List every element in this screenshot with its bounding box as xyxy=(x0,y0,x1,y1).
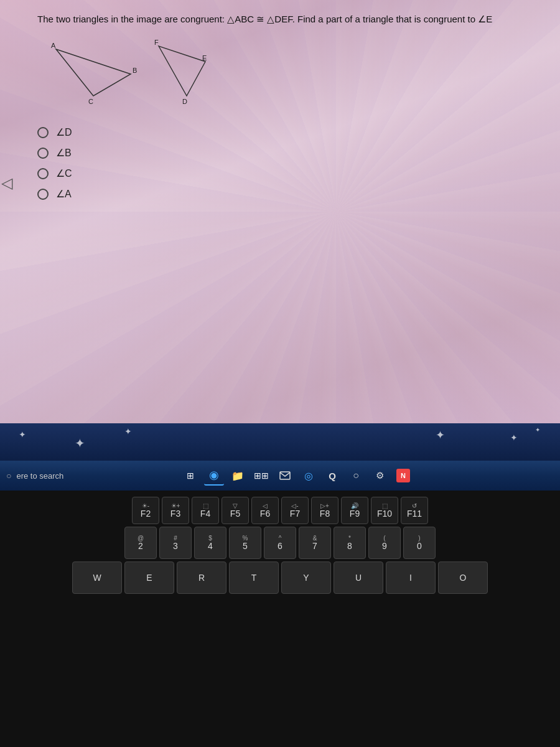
mail-icon[interactable] xyxy=(275,466,295,486)
key-y-main: Y xyxy=(303,573,309,582)
option-b-label: ∠B xyxy=(56,147,72,159)
sparkle-6: ✦ xyxy=(535,426,540,433)
triangles-svg: A B C F D E xyxy=(37,37,212,111)
svg-text:F: F xyxy=(154,39,159,46)
svg-text:A: A xyxy=(51,42,56,49)
svg-marker-0 xyxy=(56,49,131,96)
key-f6[interactable]: ◁ F6 xyxy=(251,497,279,524)
key-6-main: 6 xyxy=(278,542,282,550)
search-q-icon[interactable]: Q xyxy=(322,466,342,486)
key-f5[interactable]: ▽ F5 xyxy=(222,497,249,524)
sparkle-3: ✦ xyxy=(124,426,132,436)
edge-icon[interactable]: ◉ xyxy=(204,466,224,486)
taskview-icon[interactable]: ⊞ xyxy=(180,466,200,486)
radio-d[interactable] xyxy=(37,127,49,138)
cursor-arrow: ◁ xyxy=(1,174,12,192)
key-f3-label: F3 xyxy=(170,509,180,518)
key-f11[interactable]: ↺ F11 xyxy=(401,497,428,524)
key-o[interactable]: O xyxy=(438,561,488,594)
key-8-main: 8 xyxy=(347,542,352,550)
key-3-main: 3 xyxy=(173,542,178,550)
mail-svg xyxy=(279,471,291,480)
key-f10-label: F10 xyxy=(377,509,392,518)
option-a[interactable]: ∠A xyxy=(37,188,523,200)
taskbar-search[interactable]: ○ ere to search xyxy=(0,471,174,481)
key-t-main: T xyxy=(251,573,257,582)
key-f7-label: F7 xyxy=(290,509,300,518)
key-2-main: 2 xyxy=(138,542,143,550)
taskbar-center-icons: ⊞ ◉ 📁 ⊞⊞ ◎ Q ○ ⚙ N xyxy=(180,466,413,486)
key-8[interactable]: * 8 xyxy=(334,527,366,559)
key-f9[interactable]: 🔊 F9 xyxy=(341,497,368,524)
hollow-circle-icon[interactable]: ○ xyxy=(346,466,366,486)
n-badge-icon[interactable]: N xyxy=(393,466,413,486)
key-f2[interactable]: ☀- F2 xyxy=(132,497,159,524)
key-7-main: 7 xyxy=(312,542,317,550)
sparkle-1: ✦ xyxy=(19,430,26,439)
letter-key-row: W E R T Y U I O xyxy=(3,561,557,594)
svg-text:E: E xyxy=(202,54,207,62)
question-area: The two triangles in the image are congr… xyxy=(0,0,560,212)
key-f11-label: F11 xyxy=(407,509,422,518)
sparkle-5: ✦ xyxy=(510,433,518,443)
key-t[interactable]: T xyxy=(229,561,279,594)
key-f2-label: F2 xyxy=(141,509,151,518)
triangles-image: A B C F D E xyxy=(37,37,212,111)
key-f8[interactable]: ▷+ F8 xyxy=(311,497,338,524)
settings-icon[interactable]: ⚙ xyxy=(370,466,390,486)
number-key-row: @ 2 # 3 $ 4 % 5 ^ 6 & 7 * 8 ( 9 xyxy=(3,527,557,559)
circle-icon[interactable]: ◎ xyxy=(299,466,319,486)
fn-key-row: ☀- F2 ☀+ F3 ⬚ F4 ▽ F5 ◁ F6 ◁- F7 ▷+ F8 🔊 xyxy=(3,497,557,524)
keyboard-area: ☀- F2 ☀+ F3 ⬚ F4 ▽ F5 ◁ F6 ◁- F7 ▷+ F8 🔊 xyxy=(0,491,560,747)
key-f6-label: F6 xyxy=(260,509,270,518)
option-c[interactable]: ∠C xyxy=(37,167,523,179)
key-f4-label: F4 xyxy=(200,509,210,518)
taskbar-wallpaper: ✦ ✦ ✦ ✦ ✦ ✦ xyxy=(0,423,560,461)
svg-marker-4 xyxy=(159,46,205,96)
key-u[interactable]: U xyxy=(334,561,383,594)
n-badge: N xyxy=(396,469,410,482)
key-2[interactable]: @ 2 xyxy=(124,527,157,559)
key-3[interactable]: # 3 xyxy=(159,527,192,559)
key-9[interactable]: ( 9 xyxy=(368,527,401,559)
key-u-main: U xyxy=(355,573,362,582)
apps-icon[interactable]: ⊞⊞ xyxy=(251,466,271,486)
option-d[interactable]: ∠D xyxy=(37,126,523,138)
options-area: ∠D ∠B ∠C ∠A xyxy=(37,126,523,200)
screen-area: ◁ The two triangles in the image are con… xyxy=(0,0,560,423)
key-0[interactable]: ) 0 xyxy=(403,527,436,559)
key-f7[interactable]: ◁- F7 xyxy=(281,497,309,524)
key-6[interactable]: ^ 6 xyxy=(264,527,296,559)
key-w[interactable]: W xyxy=(72,561,122,594)
key-f9-label: F9 xyxy=(350,509,360,518)
key-5-main: 5 xyxy=(243,542,248,550)
option-a-label: ∠A xyxy=(56,188,72,200)
option-b[interactable]: ∠B xyxy=(37,147,523,159)
key-e[interactable]: E xyxy=(124,561,174,594)
key-i[interactable]: I xyxy=(386,561,436,594)
sparkle-4: ✦ xyxy=(436,428,445,442)
key-4-main: 4 xyxy=(208,542,213,550)
option-c-label: ∠C xyxy=(56,167,72,179)
key-i-main: I xyxy=(409,573,412,582)
key-f3[interactable]: ☀+ F3 xyxy=(162,497,189,524)
key-f4[interactable]: ⬚ F4 xyxy=(192,497,219,524)
radio-c[interactable] xyxy=(37,168,49,179)
key-4[interactable]: $ 4 xyxy=(194,527,226,559)
key-9-main: 9 xyxy=(382,542,387,550)
key-0-main: 0 xyxy=(417,542,422,550)
key-r[interactable]: R xyxy=(177,561,226,594)
radio-a[interactable] xyxy=(37,189,49,200)
key-y[interactable]: Y xyxy=(281,561,331,594)
key-f10[interactable]: ⬚ F10 xyxy=(371,497,398,524)
taskbar-search-icon: ○ xyxy=(6,471,11,481)
key-7[interactable]: & 7 xyxy=(299,527,331,559)
taskbar-search-text[interactable]: ere to search xyxy=(16,471,63,481)
radio-b[interactable] xyxy=(37,148,49,159)
key-5[interactable]: % 5 xyxy=(229,527,261,559)
key-f8-label: F8 xyxy=(320,509,330,518)
explorer-icon[interactable]: 📁 xyxy=(228,466,248,486)
question-text: The two triangles in the image are congr… xyxy=(37,12,523,26)
svg-text:C: C xyxy=(88,98,93,105)
key-e-main: E xyxy=(146,573,152,582)
